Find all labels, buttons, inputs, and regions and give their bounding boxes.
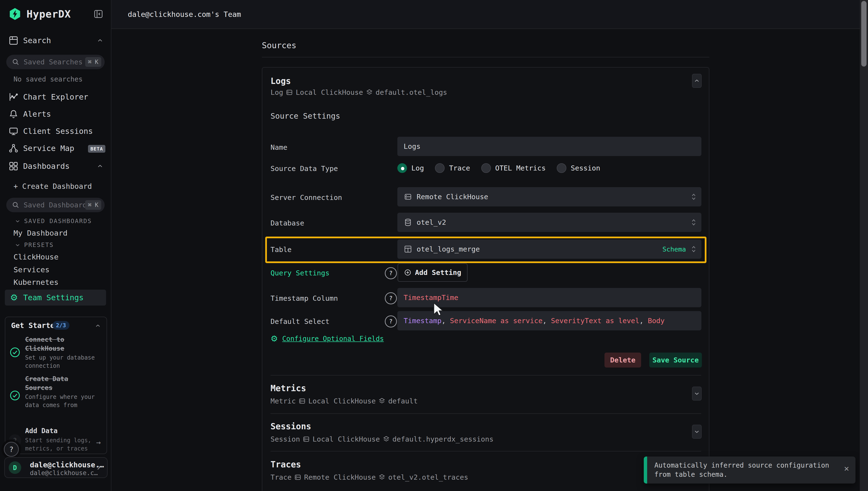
connection-name: Remote ClickHouse: [304, 473, 376, 481]
help-circle-icon[interactable]: ?: [385, 292, 397, 304]
sidebar-item-my-dashboard[interactable]: My Dashboard: [13, 229, 67, 237]
source-data-type-label: Source Data Type: [271, 165, 338, 173]
chevron-down-icon: [14, 218, 21, 224]
scrollbar-thumb[interactable]: [861, 1, 867, 66]
help-circle-icon[interactable]: ?: [385, 315, 397, 327]
arrow-right-icon[interactable]: →: [96, 438, 101, 447]
gear-icon: ⚙: [10, 293, 18, 302]
sidebar-item-team-settings[interactable]: ⚙ Team Settings: [5, 290, 106, 306]
saved-dashboards-input[interactable]: Saved Dashboards ⌘ K: [6, 198, 104, 212]
search-icon: [11, 201, 20, 209]
top-bar: dale@clickhouse.com's Team: [111, 0, 868, 29]
layers-icon: [382, 435, 390, 443]
server-connection-value: Remote ClickHouse: [417, 193, 488, 201]
get-started-step-title[interactable]: Connect to ClickHouse: [25, 335, 81, 353]
get-started-step-title[interactable]: Create Data Sources: [25, 374, 81, 392]
source-type: Metric: [271, 397, 296, 405]
table-value: otel_logs_merge: [417, 245, 480, 253]
table-reference: default: [388, 397, 418, 405]
add-setting-button[interactable]: Add Setting: [397, 263, 468, 282]
source-settings-title: Source Settings: [271, 111, 340, 121]
presets-section-toggle[interactable]: PRESETS: [0, 241, 54, 249]
timestamp-column-input[interactable]: TimestampTime: [397, 288, 701, 307]
chevron-up-icon: [96, 163, 104, 170]
sidebar-item-label: Alerts: [23, 110, 51, 119]
name-label: Name: [271, 143, 288, 151]
get-started-step-desc: Set up your database connection: [25, 353, 95, 370]
user-name: dale@clickhouse.…: [30, 461, 104, 469]
logs-source-summary: Log Local ClickHouse default.otel_logs: [271, 88, 447, 96]
name-value: Logs: [403, 142, 420, 150]
radio-otel-metrics[interactable]: [481, 163, 491, 173]
chevron-right-icon: [95, 464, 102, 471]
saved-dashboards-section-toggle[interactable]: SAVED DASHBOARDS: [0, 218, 92, 225]
collapse-logs-button[interactable]: [692, 74, 701, 88]
sessions-source-summary: Session Local ClickHouse default.hyperdx…: [271, 435, 493, 443]
saved-dashboards-placeholder: Saved Dashboards: [24, 201, 91, 209]
source-data-type-radios: Log Trace OTEL Metrics Session: [397, 163, 611, 173]
logs-section-title: Logs: [271, 76, 291, 86]
radio-trace[interactable]: [435, 163, 445, 173]
beta-badge: BETA: [88, 145, 106, 153]
database-icon: [403, 218, 412, 227]
expand-metrics-button[interactable]: [692, 386, 701, 401]
source-type: Log: [271, 88, 283, 96]
get-started-step-title[interactable]: Add Data: [25, 427, 81, 435]
default-select-input[interactable]: Timestamp, ServiceName as service, Sever…: [397, 311, 701, 330]
saved-searches-placeholder: Saved Searches: [24, 58, 83, 66]
traces-source-summary: Trace Remote ClickHouse otel_v2.otel_tra…: [271, 473, 468, 481]
schema-link[interactable]: Schema: [662, 246, 686, 253]
bell-icon: [8, 109, 19, 119]
database-label: Database: [271, 219, 304, 227]
sidebar-item-alerts[interactable]: Alerts: [0, 107, 111, 121]
sidebar-item-label: Chart Explorer: [23, 92, 88, 102]
metrics-source-summary: Metric Local ClickHouse default: [271, 397, 418, 405]
sidebar-item-search[interactable]: Search: [0, 34, 111, 47]
delete-button[interactable]: Delete: [604, 353, 641, 368]
radio-log[interactable]: [397, 163, 407, 173]
saved-searches-input[interactable]: Saved Searches ⌘ K: [6, 55, 104, 69]
expand-sessions-button[interactable]: [692, 425, 701, 439]
user-menu[interactable]: D dale@clickhouse.… dale@clickhouse.c…: [4, 457, 108, 478]
create-dashboard-button[interactable]: + Create Dashboard: [13, 182, 92, 191]
help-button[interactable]: ?: [4, 442, 19, 457]
database-select[interactable]: otel_v2: [397, 213, 701, 232]
search-section-icon: [8, 35, 19, 46]
chevron-down-icon: [14, 242, 21, 248]
name-input[interactable]: Logs: [397, 137, 701, 156]
sidebar-item-clickhouse[interactable]: ClickHouse: [13, 253, 59, 261]
sidebar-item-label: Client Sessions: [23, 126, 93, 136]
close-icon[interactable]: ×: [844, 464, 849, 473]
table-reference: default.otel_logs: [376, 88, 447, 96]
plus-circle-icon: [404, 269, 412, 277]
source-type: Session: [271, 435, 300, 443]
sidebar: HyperDX Search Saved Searches ⌘ K No sav…: [0, 0, 111, 491]
sql-token: SeverityText as level: [551, 317, 639, 325]
radio-label: Trace: [449, 164, 470, 172]
chevron-down-icon: [693, 428, 700, 435]
server-connection-select[interactable]: Remote ClickHouse: [397, 187, 701, 206]
sidebar-item-kubernetes[interactable]: Kubernetes: [13, 278, 59, 287]
table-select[interactable]: otel_logs_merge Schema: [397, 239, 701, 259]
database-value: otel_v2: [417, 218, 446, 227]
sidebar-item-client-sessions[interactable]: Client Sessions: [0, 124, 111, 138]
sidebar-item-chart-explorer[interactable]: Chart Explorer: [0, 90, 111, 104]
scrollbar-track[interactable]: [860, 0, 868, 491]
sidebar-item-services[interactable]: Services: [13, 265, 50, 274]
add-setting-label: Add Setting: [415, 268, 461, 277]
timestamp-value: TimestampTime: [403, 293, 458, 302]
sidebar-collapse-button[interactable]: [93, 8, 104, 20]
dashboards-icon: [8, 161, 19, 171]
sidebar-item-dashboards[interactable]: Dashboards: [0, 160, 111, 173]
sidebar-item-service-map[interactable]: Service Map BETA: [0, 142, 111, 155]
chevron-up-icon: [96, 37, 104, 44]
radio-session[interactable]: [557, 163, 566, 173]
get-started-step-desc: Start sending logs, metrics, or traces: [25, 436, 95, 453]
help-circle-icon[interactable]: ?: [385, 267, 397, 279]
chevron-up-icon[interactable]: [94, 322, 101, 329]
configure-optional-fields-link[interactable]: ⚙ Configure Optional Fields: [271, 334, 384, 343]
gear-icon: ⚙: [271, 334, 278, 343]
save-source-button[interactable]: Save Source: [649, 353, 702, 368]
section-label: SAVED DASHBOARDS: [24, 218, 92, 225]
radio-label: Log: [411, 164, 424, 172]
